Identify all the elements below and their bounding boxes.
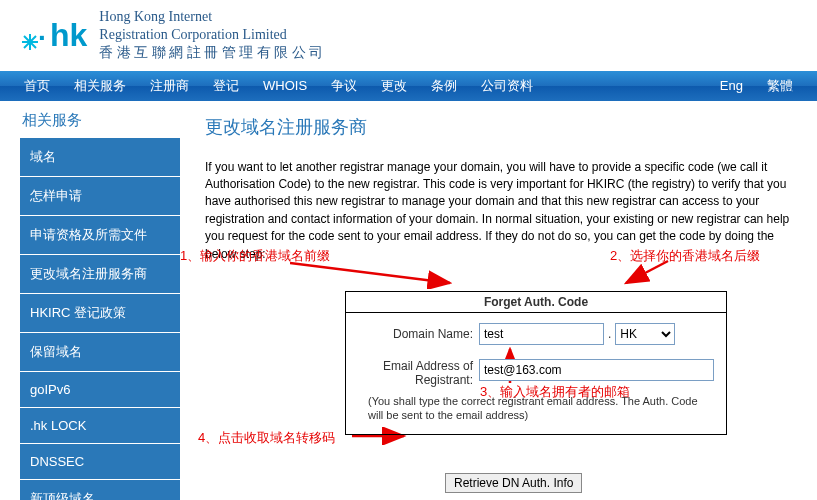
- sidebar-item-hklock[interactable]: .hk LOCK: [20, 408, 180, 444]
- nav-dispute[interactable]: 争议: [319, 77, 369, 95]
- nav-rules[interactable]: 条例: [419, 77, 469, 95]
- section-title: 相关服务: [20, 111, 180, 130]
- sidebar-item-goipv6[interactable]: goIPv6: [20, 372, 180, 408]
- header: . hk Hong Kong Internet Registration Cor…: [0, 0, 817, 71]
- tld-select[interactable]: HK: [615, 323, 675, 345]
- sidebar-item-reserved[interactable]: 保留域名: [20, 333, 180, 372]
- email-input[interactable]: [479, 359, 714, 381]
- sidebar-item-dnssec[interactable]: DNSSEC: [20, 444, 180, 480]
- sidebar-item-hkirc-policy[interactable]: HKIRC 登记政策: [20, 294, 180, 333]
- annotation-4: 4、点击收取域名转移码: [198, 429, 335, 447]
- org-info: Hong Kong Internet Registration Corporat…: [99, 8, 323, 63]
- domain-dot: .: [604, 327, 615, 341]
- svg-point-4: [28, 39, 33, 44]
- nav-home[interactable]: 首页: [12, 77, 62, 95]
- logo: . hk: [20, 17, 87, 54]
- org-name-en-2: Registration Corporation Limited: [99, 26, 323, 44]
- nav-modify[interactable]: 更改: [369, 77, 419, 95]
- arrow-2-icon: [620, 259, 680, 289]
- svg-line-6: [626, 261, 668, 283]
- nav-related-services[interactable]: 相关服务: [62, 77, 138, 95]
- retrieve-button[interactable]: Retrieve DN Auth. Info: [445, 473, 582, 493]
- org-name-en-1: Hong Kong Internet: [99, 8, 323, 26]
- nav-register[interactable]: 登记: [201, 77, 251, 95]
- nav-whois[interactable]: WHOIS: [251, 78, 319, 93]
- page-title: 更改域名注册服务商: [205, 115, 797, 139]
- logo-dot: .: [38, 15, 46, 47]
- top-nav: 首页 相关服务 注册商 登记 WHOIS 争议 更改 条例 公司资料 Eng 繁…: [0, 71, 817, 101]
- nav-registrar[interactable]: 注册商: [138, 77, 201, 95]
- content: 更改域名注册服务商 If you want to let another reg…: [180, 111, 797, 500]
- svg-line-5: [290, 263, 450, 283]
- form-title: Forget Auth. Code: [346, 292, 726, 313]
- sidebar: 域名 怎样申请 申请资格及所需文件 更改域名注册服务商 HKIRC 登记政策 保…: [20, 138, 180, 500]
- nav-company[interactable]: 公司资料: [469, 77, 545, 95]
- sidebar-item-howto[interactable]: 怎样申请: [20, 177, 180, 216]
- email-label: Email Address of Registrant:: [358, 359, 479, 388]
- org-name-zh: 香 港 互 聯 網 註 冊 管 理 有 限 公 司: [99, 44, 323, 62]
- sidebar-item-change-registrar[interactable]: 更改域名注册服务商: [20, 255, 180, 294]
- nav-lang-trad[interactable]: 繁體: [755, 77, 805, 95]
- nav-lang-eng[interactable]: Eng: [708, 78, 755, 93]
- sidebar-item-domain[interactable]: 域名: [20, 138, 180, 177]
- logo-text: hk: [50, 17, 87, 53]
- domain-input[interactable]: [479, 323, 604, 345]
- sidebar-item-eligibility[interactable]: 申请资格及所需文件: [20, 216, 180, 255]
- auth-code-form: Forget Auth. Code Domain Name: . HK Emai…: [345, 291, 727, 435]
- sidebar-item-newtld[interactable]: 新顶级域名: [20, 480, 180, 500]
- domain-label: Domain Name:: [358, 327, 479, 341]
- form-note: (You shall type the correct registrant e…: [368, 394, 714, 423]
- arrow-1-icon: [290, 259, 460, 289]
